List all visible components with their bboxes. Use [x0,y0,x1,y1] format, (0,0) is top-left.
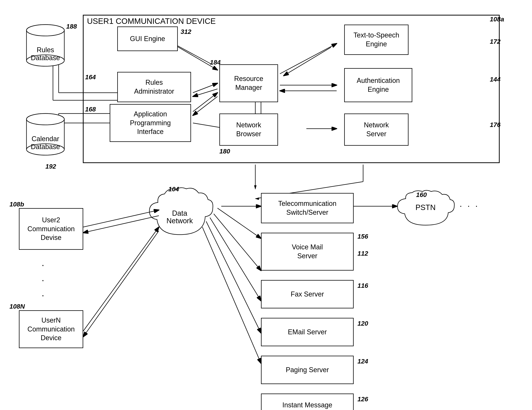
voice-mail-box: Voice Mail Server [261,233,354,271]
calendar-database-label: Calendar Database [31,135,60,151]
instant-message-label: Instant Message Server [282,401,332,410]
paging-server-label: Paging Server [286,366,329,374]
ref-120: 120 [357,320,368,327]
network-browser-box: Network Browser [219,114,278,146]
ref-108a: 108a [490,16,504,23]
auth-engine-label: Authentication Engine [357,76,400,94]
email-server-box: EMail Server [261,318,354,346]
resource-manager-box: Resource Manager [219,64,278,102]
ref-164: 164 [85,73,96,81]
userN-device-label: UserN Communication Device [28,316,75,342]
ref-108b: 108b [10,201,24,208]
ref-172: 172 [490,38,501,45]
data-network-cloud: Data Network [144,185,216,242]
svg-line-16 [193,89,218,97]
app-programming-box: Application Programming Interface [110,104,191,142]
svg-point-48 [27,25,64,36]
text-to-speech-label: Text-to-Speech Engine [353,31,399,49]
dots-between-users: ··· [42,257,44,303]
userN-device-box: UserN Communication Device [19,310,83,348]
svg-line-33 [218,208,261,238]
ref-112: 112 [357,250,368,257]
fax-server-label: Fax Server [291,290,324,299]
rules-database-label: Rules Database [31,46,60,62]
ref-124: 124 [357,358,368,365]
rules-database: Rules Database [25,23,66,70]
ref-144: 144 [490,76,501,83]
ref-180: 180 [219,147,230,155]
voice-mail-label: Voice Mail Server [292,243,323,261]
svg-marker-28 [254,185,256,189]
svg-line-37 [202,227,261,363]
svg-line-34 [214,214,261,271]
svg-line-18 [193,97,218,115]
svg-line-42 [83,231,159,337]
ref-312: 312 [180,28,191,35]
network-browser-label: Network Browser [236,121,261,138]
svg-line-41 [83,227,159,331]
rules-admin-label: Rules Administrator [134,78,174,96]
ref-192: 192 [45,163,56,170]
telecom-switch-box: Telecommunication Switch/Server [261,193,354,223]
svg-line-13 [172,44,218,70]
svg-line-35 [210,218,261,301]
svg-marker-31 [255,197,259,200]
ref-184: 184 [210,59,221,66]
pstn-dots: · · · [460,201,479,211]
pstn-cloud: PSTN [393,189,458,231]
ref-156: 156 [357,233,368,240]
app-programming-label: Application Programming Interface [130,110,171,136]
svg-text:PSTN: PSTN [416,203,436,212]
svg-line-15 [193,83,218,93]
ref-126: 126 [357,395,368,403]
svg-text:Network: Network [166,217,193,225]
user2-device-box: User2 Communication Devise [19,208,83,250]
svg-line-20 [284,47,331,76]
ref-188: 188 [66,23,77,30]
rules-admin-box: Rules Administrator [117,72,191,102]
ref-108N: 108N [10,303,25,310]
svg-line-19 [280,44,337,74]
ref-176: 176 [490,121,501,128]
network-server-label: Network Server [364,121,389,138]
user2-device-label: User2 Communication Devise [28,216,75,242]
device-title-label: USER1 COMMUNICATION DEVICE [87,17,216,26]
fax-server-box: Fax Server [261,280,354,308]
email-server-label: EMail Server [288,328,327,337]
gui-engine-box: GUI Engine [117,27,178,51]
telecom-switch-label: Telecommunication Switch/Server [278,199,336,217]
svg-point-54 [27,114,64,125]
text-to-speech-box: Text-to-Speech Engine [344,25,408,55]
paging-server-box: Paging Server [261,356,354,384]
network-server-box: Network Server [344,114,408,146]
resource-manager-label: Resource Manager [234,74,263,92]
svg-text:Data: Data [172,209,187,217]
instant-message-box: Instant Message Server [261,393,354,410]
gui-engine-label: GUI Engine [130,34,165,43]
calendar-database: Calendar Database [25,112,66,159]
svg-line-17 [193,93,218,112]
auth-engine-box: Authentication Engine [344,68,412,102]
ref-116: 116 [357,282,368,289]
ref-168: 168 [85,106,96,113]
